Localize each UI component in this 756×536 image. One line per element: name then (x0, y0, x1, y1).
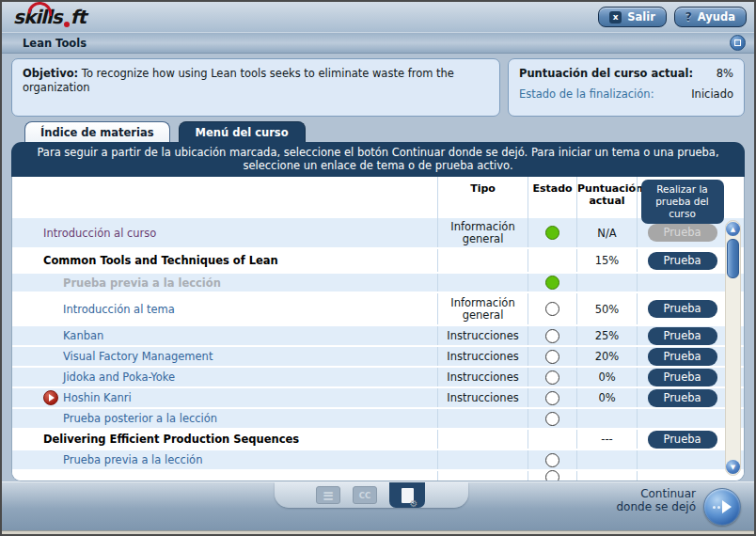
topic-link[interactable]: Visual Factory Management (63, 350, 213, 363)
logo-text-right: ft (71, 6, 86, 28)
score-cell (576, 409, 637, 428)
tab-table-of-contents[interactable]: Índice de materias (24, 121, 170, 142)
estado-cell (528, 471, 576, 481)
tipo-cell (437, 249, 528, 272)
outline-icon: ≡ (316, 486, 340, 504)
logo-dot-icon (64, 22, 70, 27)
current-score-value: 8% (717, 67, 733, 80)
closed-captions-icon: CC (353, 486, 377, 504)
topic-link[interactable]: Hoshin Kanri (63, 391, 132, 404)
score-cell: N/A (576, 218, 637, 247)
continue-button[interactable] (703, 488, 741, 526)
scroll-thumb[interactable] (727, 239, 739, 278)
prueba-button[interactable]: Prueba (648, 369, 717, 386)
scroll-down-button[interactable]: ▼ (726, 460, 740, 474)
test-button-cell: Prueba (637, 388, 727, 407)
status-incomplete-icon (545, 350, 559, 364)
table-row: KanbanInstrucciones25%Prueba (12, 326, 744, 347)
table-row: Prueba previa a la lección (12, 274, 744, 293)
table-row: Delivering Efficient Production Sequence… (12, 430, 744, 450)
table-row (12, 471, 744, 481)
help-button[interactable]: ? Ayuda (674, 7, 747, 27)
prueba-button[interactable]: Prueba (648, 431, 717, 449)
objective-text: To recognize how using Lean tools seeks … (23, 67, 454, 94)
test-button-cell (637, 450, 727, 469)
prueba-button[interactable]: Prueba (648, 300, 717, 318)
estado-cell (528, 293, 576, 324)
header-buttons: x Salir ? Ayuda (598, 7, 747, 27)
status-incomplete-icon (545, 329, 559, 343)
column-header-topic (12, 177, 437, 218)
topic-link[interactable]: Jidoka and Poka-Yoke (63, 370, 175, 384)
logo-swoosh-icon (27, 1, 53, 17)
status-complete-icon (545, 276, 559, 290)
topic-link[interactable]: Introducción al curso (43, 227, 156, 240)
window-glyph (734, 39, 741, 46)
score-cell: 25% (576, 326, 637, 345)
estado-cell (528, 430, 576, 449)
objective-panel: Objetivo: To recognize how using Lean to… (11, 58, 500, 117)
column-header-tipo: Tipo (437, 177, 528, 218)
open-new-window-icon[interactable] (730, 35, 746, 51)
test-button-cell (637, 274, 727, 292)
topic-link[interactable]: Prueba previa a la lección (63, 453, 202, 466)
objective-label: Objetivo: (23, 67, 78, 80)
tipo-cell (437, 409, 528, 428)
status-incomplete-icon (545, 470, 559, 482)
scroll-up-button[interactable]: ▲ (726, 222, 740, 236)
help-button-label: Ayuda (698, 10, 735, 24)
column-header-puntuacion: Puntuación actual (576, 177, 637, 218)
score-cell: --- (576, 430, 637, 449)
estado-cell (528, 409, 576, 428)
exit-button[interactable]: x Salir (598, 7, 667, 27)
topic-link[interactable]: Introducción al tema (63, 303, 175, 316)
prueba-button: Prueba (648, 224, 717, 242)
test-button-cell (637, 409, 727, 428)
test-button-cell: Prueba (637, 293, 727, 324)
test-button-cell: Prueba (637, 326, 727, 345)
prueba-button[interactable]: Prueba (648, 389, 717, 407)
tipo-cell: Instrucciones (437, 326, 528, 345)
table-row: Visual Factory ManagementInstrucciones20… (12, 347, 744, 368)
topic-link[interactable]: Kanban (63, 329, 103, 342)
scrollbar[interactable]: ▲ ▼ (725, 220, 741, 476)
table-row: Prueba posterior a la lección (12, 409, 744, 430)
estado-cell (528, 368, 576, 386)
tab-course-menu[interactable]: Menú del curso (179, 121, 306, 142)
close-icon: x (609, 11, 622, 24)
table-row: Hoshin KanriInstrucciones0%Prueba (12, 388, 744, 409)
tipo-cell: Instrucciones (437, 388, 528, 407)
continue-button-label: Continuar donde se dejó (609, 487, 696, 513)
prueba-button[interactable]: Prueba (648, 327, 717, 345)
score-cell (576, 450, 637, 469)
estado-cell (528, 347, 576, 366)
prueba-button[interactable]: Prueba (648, 348, 717, 366)
estado-cell (528, 388, 576, 407)
test-button-cell (637, 471, 727, 481)
continue-dot (717, 506, 720, 509)
transcript-tab[interactable]: ⚙ (389, 482, 425, 508)
estado-cell (528, 218, 576, 247)
score-cell (576, 274, 637, 292)
tipo-cell: Información general (437, 218, 528, 247)
prueba-button[interactable]: Prueba (648, 252, 717, 270)
topic-link: Prueba previa a la lección (63, 276, 221, 290)
estado-cell (528, 249, 576, 272)
tipo-cell: Instrucciones (437, 347, 528, 366)
test-button-cell: Prueba (637, 249, 727, 272)
status-complete-icon (545, 226, 559, 240)
course-test-button[interactable]: Realizar la prueba del curso (641, 180, 724, 224)
test-button-cell: Prueba (637, 368, 727, 386)
score-cell: 20% (576, 347, 637, 366)
course-title: Lean Tools (23, 37, 87, 50)
tab-bar: Índice de materias Menú del curso (2, 120, 754, 142)
lesson-title: Delivering Efficient Production Sequence… (43, 433, 299, 446)
table-row: Jidoka and Poka-YokeInstrucciones0%Prueb… (12, 368, 744, 388)
topic-link[interactable]: Prueba posterior a la lección (63, 412, 217, 425)
contents-table: Tipo Estado Puntuación actual Realizar l… (11, 177, 745, 481)
tipo-cell: Instrucciones (437, 368, 528, 386)
test-button-cell: Prueba (637, 347, 727, 366)
table-header-row: Tipo Estado Puntuación actual Realizar l… (12, 177, 744, 218)
current-location-marker-icon (43, 390, 58, 405)
status-incomplete-icon (545, 302, 559, 316)
